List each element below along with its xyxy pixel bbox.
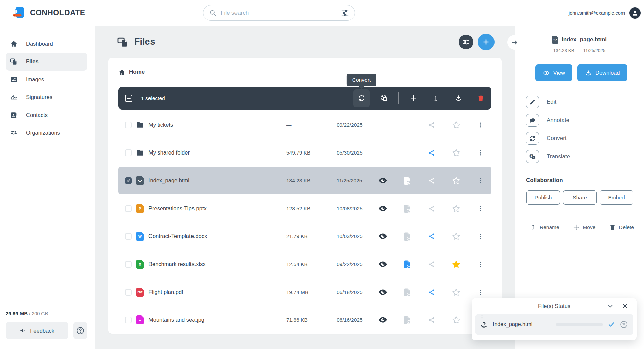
file-name[interactable]: Mountains and sea.jpg	[148, 317, 283, 323]
doc-status-icon[interactable]	[400, 257, 415, 272]
table-row[interactable]: W Contract-Template.docx 21.79 KB 10/03/…	[118, 222, 491, 250]
row-checkbox[interactable]	[125, 177, 132, 184]
share-icon[interactable]	[424, 145, 439, 160]
help-button[interactable]	[73, 322, 87, 339]
delete-action[interactable]: Delete	[609, 224, 634, 230]
star-icon[interactable]	[448, 118, 463, 132]
star-icon[interactable]	[448, 201, 463, 216]
kebab-menu-icon[interactable]	[473, 201, 488, 216]
table-row[interactable]: My tickets — 09/22/2025	[118, 111, 491, 139]
move-action[interactable]: Move	[573, 224, 595, 230]
view-settings-button[interactable]	[459, 35, 473, 49]
doc-status-icon[interactable]	[400, 285, 415, 300]
kebab-menu-icon[interactable]	[473, 118, 488, 132]
table-row[interactable]: <> Index_page.html 134.23 KB 11/25/2025	[118, 167, 491, 194]
share-icon[interactable]	[424, 173, 439, 188]
download-button[interactable]: Download	[577, 64, 627, 81]
doc-status-icon[interactable]	[400, 313, 415, 328]
row-checkbox[interactable]	[125, 233, 132, 240]
preview-eye-icon[interactable]	[375, 173, 390, 188]
preview-eye-icon[interactable]	[375, 313, 390, 328]
breadcrumb[interactable]: Home	[118, 67, 145, 77]
star-icon[interactable]	[448, 285, 463, 300]
file-name[interactable]: Benchmark results.xlsx	[148, 261, 283, 267]
embed-button[interactable]: Embed	[600, 190, 633, 205]
share-icon[interactable]	[424, 201, 439, 216]
cancel-upload-icon[interactable]	[620, 320, 628, 329]
sidebar-item-dashboard[interactable]: Dashboard	[6, 35, 87, 53]
file-name[interactable]: My shared folder	[148, 149, 283, 156]
convert-action[interactable]: Convert	[526, 132, 567, 145]
kebab-menu-icon[interactable]	[473, 229, 488, 244]
star-icon[interactable]	[448, 313, 463, 328]
annotate-action[interactable]: Annotate	[526, 114, 569, 127]
download-button[interactable]	[450, 89, 466, 107]
row-checkbox[interactable]	[125, 289, 132, 296]
file-search-bar[interactable]	[203, 5, 355, 21]
sidebar-item-organizations[interactable]: Organizations	[6, 124, 87, 142]
doc-status-icon[interactable]	[400, 229, 415, 244]
feedback-button[interactable]: Feedback	[6, 322, 68, 339]
sidebar-item-files[interactable]: Files	[6, 53, 87, 71]
row-checkbox[interactable]	[125, 149, 132, 156]
select-all-checkbox[interactable]	[125, 95, 132, 102]
sidebar-item-images[interactable]: Images	[6, 71, 87, 88]
drag-handle-icon[interactable]	[480, 315, 484, 320]
share-icon[interactable]	[424, 229, 439, 244]
star-icon[interactable]	[448, 229, 463, 244]
logo-link[interactable]: CONHOLDATE	[13, 6, 85, 20]
preview-eye-icon[interactable]	[375, 229, 390, 244]
doc-status-icon[interactable]	[400, 201, 415, 216]
kebab-menu-icon[interactable]	[473, 285, 488, 300]
kebab-menu-icon[interactable]	[473, 145, 488, 160]
preview-eye-icon[interactable]	[375, 257, 390, 272]
preview-eye-icon[interactable]	[375, 285, 390, 300]
share-button[interactable]: Share	[563, 190, 597, 205]
table-row[interactable]: P Presentations-Tips.pptx 128.52 KB 10/0…	[118, 194, 491, 222]
view-button[interactable]: View	[535, 64, 572, 81]
sidebar-item-signatures[interactable]: Signatures	[6, 88, 87, 106]
chevron-down-icon[interactable]	[607, 302, 614, 310]
delete-button[interactable]	[473, 89, 489, 107]
table-row[interactable]: X Benchmark results.xlsx 12.54 KB 09/22/…	[118, 250, 491, 278]
file-name[interactable]: My tickets	[148, 122, 283, 128]
star-icon[interactable]	[448, 145, 463, 160]
kebab-menu-icon[interactable]	[473, 173, 488, 188]
file-name[interactable]: Presentations-Tips.pptx	[148, 205, 283, 212]
collapse-panel-button[interactable]	[507, 35, 522, 50]
kebab-menu-icon[interactable]	[473, 257, 488, 272]
merge-button[interactable]	[376, 89, 392, 107]
table-row[interactable]: PDF Flight plan.pdf 19.74 MB 06/18/2025	[118, 278, 491, 306]
share-icon[interactable]	[424, 313, 439, 328]
sidebar-item-contacts[interactable]: Contacts	[6, 106, 87, 124]
publish-button[interactable]: Publish	[526, 190, 560, 205]
table-row[interactable]: My shared folder 549.79 KB 05/30/2025	[118, 139, 491, 167]
rename-button[interactable]	[428, 89, 444, 107]
row-checkbox[interactable]	[125, 122, 132, 128]
edit-action[interactable]: Edit	[526, 96, 556, 108]
file-name[interactable]: Flight plan.pdf	[148, 289, 283, 295]
user-menu[interactable]: john.smith@example.com	[569, 7, 641, 19]
close-icon[interactable]	[621, 303, 628, 309]
preview-eye-icon[interactable]	[375, 201, 390, 216]
star-icon[interactable]	[448, 173, 463, 188]
table-row[interactable]: ▲ Mountains and sea.jpg 71.86 KB 06/16/2…	[118, 306, 491, 334]
file-name[interactable]: Contract-Template.docx	[148, 233, 283, 239]
row-checkbox[interactable]	[125, 205, 132, 212]
convert-button[interactable]: Convert	[353, 89, 370, 107]
row-checkbox[interactable]	[125, 317, 132, 323]
avatar[interactable]	[629, 7, 641, 19]
translate-action[interactable]: A Translate	[526, 150, 570, 163]
row-checkbox[interactable]	[125, 261, 132, 268]
star-icon[interactable]	[448, 257, 463, 272]
file-name[interactable]: Index_page.html	[148, 177, 283, 184]
share-icon[interactable]	[424, 285, 439, 300]
share-icon[interactable]	[424, 257, 439, 272]
search-filter-icon[interactable]	[341, 9, 349, 17]
move-button[interactable]	[405, 89, 421, 107]
doc-status-icon[interactable]	[400, 173, 415, 188]
rename-action[interactable]: Rename	[530, 224, 559, 230]
add-file-button[interactable]	[478, 34, 495, 50]
share-icon[interactable]	[424, 118, 439, 132]
search-input[interactable]	[220, 9, 337, 17]
